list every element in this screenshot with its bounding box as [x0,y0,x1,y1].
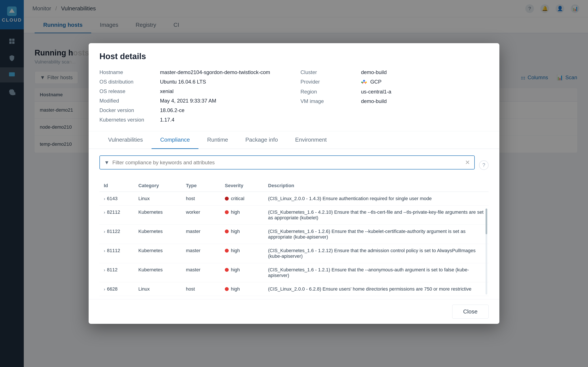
cell-type: master [182,244,221,263]
critical-dot [225,197,229,200]
high-dot [225,229,229,233]
modal-tabs: Vulnerabilities Compliance Runtime Packa… [89,131,499,149]
os-release-row: OS release xenial [99,87,287,96]
cell-description: (CIS_Linux_2.0.0 - 5.2.10) Ensure SSH ro… [264,296,489,300]
cell-type: worker [182,206,221,225]
cell-type: master [182,225,221,244]
svg-point-6 [363,80,365,82]
cell-type: host [182,296,221,300]
modal-tab-package-info[interactable]: Package info [237,131,286,149]
compliance-row[interactable]: ›6528 Linux host high (CIS_Linux_2.0.0 -… [99,296,489,300]
cell-severity: high [221,244,264,263]
filter-clear-icon[interactable]: ✕ [465,159,470,166]
cell-severity: high [221,282,264,296]
provider-row: Provider GCP [301,77,489,87]
os-release-label: OS release [99,88,160,94]
vm-image-row: VM image demo-build [301,97,489,106]
provider-label: Provider [301,79,361,85]
cell-category: Kubernetes [134,225,182,244]
compliance-row[interactable]: ›81112 Kubernetes master high (CIS_Kuber… [99,244,489,263]
modified-label: Modified [99,98,160,104]
compliance-row[interactable]: ›6143 Linux host critical (CIS_Linux_2.0… [99,192,489,206]
os-dist-label: OS distribution [99,79,160,85]
chevron-icon: › [104,196,105,201]
cluster-label: Cluster [301,69,361,75]
cell-description: (CIS_Kubernetes_1.6 - 1.2.6) Ensure that… [264,225,489,244]
scrollbar-thumb [485,209,487,234]
modal-footer: Close [89,299,499,324]
cell-description: (CIS_Linux_2.0.0 - 6.2.8) Ensure users' … [264,282,489,296]
cell-type: host [182,192,221,206]
cell-category: Linux [134,296,182,300]
cell-severity: high [221,206,264,225]
cell-id: ›8112 [99,263,134,282]
high-dot [225,268,229,272]
provider-value: GCP [361,79,381,85]
hostname-row: Hostname master-demo2104-sgordon-demo-tw… [99,67,287,77]
cell-id: ›6628 [99,282,134,296]
modal-tab-runtime[interactable]: Runtime [199,131,237,149]
modal-header: Host details Hostname master-demo2104-sg… [89,43,499,131]
cell-severity: high [221,296,264,300]
chevron-icon: › [104,210,105,215]
modal-tab-vulnerabilities[interactable]: Vulnerabilities [99,131,152,149]
cell-id: ›82112 [99,206,134,225]
modified-value: May 4, 2021 9:33:37 AM [160,98,216,104]
high-dot [225,249,229,253]
hostname-value: master-demo2104-sgordon-demo-twistlock-c… [160,69,270,75]
modal-tab-environment[interactable]: Environment [286,131,335,149]
col-id: Id [99,180,134,192]
chevron-icon: › [104,267,105,272]
cell-category: Kubernetes [134,263,182,282]
cell-description: (CIS_Linux_2.0.0 - 1.4.3) Ensure authent… [264,192,489,206]
cell-category: Linux [134,282,182,296]
col-type: Type [182,180,221,192]
compliance-filter-search[interactable]: ▼ ✕ [99,155,475,169]
os-dist-value: Ubuntu 16.04.6 LTS [160,79,206,85]
svg-point-8 [361,81,363,83]
high-dot [225,287,229,291]
modal-overlay[interactable]: Host details Hostname master-demo2104-sg… [0,0,588,367]
cell-description: (CIS_Kubernetes_1.6 - 1.2.1) Ensure that… [264,263,489,282]
vm-image-label: VM image [301,98,361,104]
close-button[interactable]: Close [452,305,489,319]
gcp-logo-icon [361,79,367,85]
chevron-icon: › [104,287,105,292]
docker-value: 18.06.2-ce [160,107,184,113]
cell-severity: critical [221,192,264,206]
table-scrollbar[interactable] [485,209,487,294]
compliance-row[interactable]: ›81122 Kubernetes master high (CIS_Kuber… [99,225,489,244]
compliance-row[interactable]: ›6628 Linux host high (CIS_Linux_2.0.0 -… [99,282,489,296]
svg-point-7 [365,81,367,83]
os-release-value: xenial [160,88,173,94]
modal-tab-compliance[interactable]: Compliance [152,131,199,149]
cluster-value: demo-build [361,69,387,75]
region-label: Region [301,89,361,95]
compliance-filter-input[interactable] [112,159,465,166]
region-value: us-central1-a [361,89,391,95]
cell-category: Kubernetes [134,206,182,225]
k8s-value: 1.17.4 [160,117,174,123]
chevron-icon: › [104,248,105,253]
cell-id: ›6143 [99,192,134,206]
cell-description: (CIS_Kubernetes_1.6 - 4.2.10) Ensure tha… [264,206,489,225]
hostname-label: Hostname [99,69,160,75]
compliance-row[interactable]: ›82112 Kubernetes worker high (CIS_Kuber… [99,206,489,225]
docker-row: Docker version 18.06.2-ce [99,106,287,115]
col-category: Category [134,180,182,192]
compliance-row[interactable]: ›8112 Kubernetes master high (CIS_Kubern… [99,263,489,282]
cluster-row: Cluster demo-build [301,67,489,77]
col-severity: Severity [221,180,264,192]
filter-search-icon: ▼ [104,159,109,166]
modified-row: Modified May 4, 2021 9:33:37 AM [99,96,287,106]
col-description: Description [264,180,489,192]
vm-image-value: demo-build [361,98,387,104]
cell-type: host [182,282,221,296]
cell-id: ›81122 [99,225,134,244]
filter-help-button[interactable]: ? [479,160,489,170]
chevron-icon: › [104,229,105,234]
region-row: Region us-central1-a [301,87,489,97]
cell-type: master [182,263,221,282]
docker-label: Docker version [99,107,160,113]
high-dot [225,210,229,214]
